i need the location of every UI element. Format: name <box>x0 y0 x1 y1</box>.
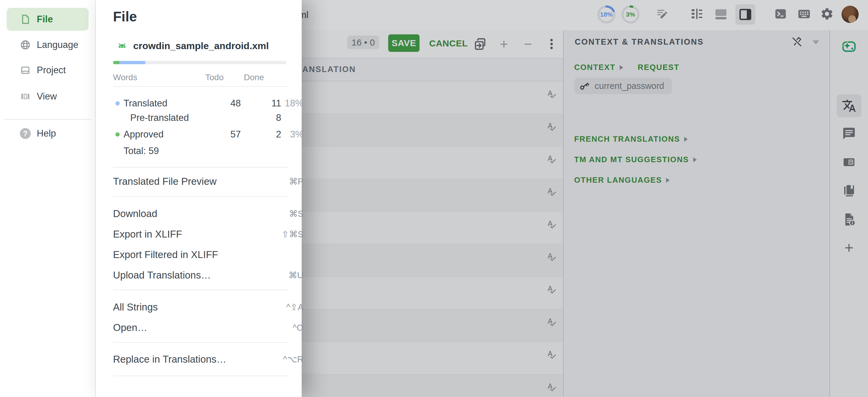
file-menu-panel: File crowdin_sample_android.xml Words To… <box>96 0 302 397</box>
sidebar-item-help[interactable]: ? Help <box>0 121 95 147</box>
android-icon <box>116 40 128 52</box>
sidebar-item-label: View <box>37 91 57 102</box>
sidebar-item-file[interactable]: File <box>7 8 89 31</box>
translated-progress-segment <box>119 61 145 64</box>
stat-row-pre-translated: Pre-translated 8 <box>113 111 289 124</box>
menu-item-open[interactable]: Open…^O <box>113 320 289 335</box>
stat-todo: 8 <box>276 111 281 124</box>
project-icon <box>20 65 31 76</box>
menu-item-download[interactable]: Download⌘S <box>113 206 289 221</box>
divider <box>113 167 289 167</box>
sidebar-item-label: Language <box>37 39 79 50</box>
stat-todo: 2 <box>276 128 281 141</box>
main-menu-sidebar: File Language Project <box>0 0 96 397</box>
stat-todo: 11 <box>272 97 281 110</box>
stats-header-done: Done <box>113 73 264 82</box>
help-icon: ? <box>20 128 31 139</box>
divider <box>113 196 289 196</box>
sidebar-item-language[interactable]: Language <box>0 32 95 58</box>
sidebar-divider <box>4 119 91 120</box>
sidebar-item-project[interactable]: Project <box>0 57 95 83</box>
stat-row-total: Total: 59 <box>113 144 289 158</box>
menu-item-translated-file-preview[interactable]: Translated File Preview⌘P <box>113 174 289 189</box>
menu-item-upload-translations[interactable]: Upload Translations…⌘U <box>113 268 289 283</box>
stat-done: 18% <box>285 97 304 110</box>
stat-done: 3% <box>290 128 304 141</box>
current-file-row: crowdin_sample_android.xml <box>116 39 269 53</box>
menu-item-export-filtered-xliff[interactable]: Export Filtered in XLIFF <box>113 247 289 262</box>
menu-item-all-strings[interactable]: All Strings^⇧A <box>113 300 289 315</box>
stat-label: Approved <box>124 128 164 141</box>
divider <box>113 375 289 376</box>
stat-total: Total: 59 <box>124 144 159 158</box>
file-icon <box>20 14 31 25</box>
divider <box>113 290 289 290</box>
stat-label: Translated <box>124 97 167 110</box>
sidebar-item-label: Help <box>37 128 56 139</box>
globe-icon <box>20 39 31 50</box>
stat-row-approved: Approved 57 2 3% <box>113 128 289 141</box>
stat-words: 48 <box>230 97 241 110</box>
translated-dot <box>116 101 120 105</box>
current-file-name: crowdin_sample_android.xml <box>133 40 269 52</box>
sidebar-item-label: File <box>37 14 53 25</box>
stat-label: Pre-translated <box>130 111 189 124</box>
divider <box>113 86 289 87</box>
stat-row-translated: Translated 48 11 18% <box>113 97 289 110</box>
file-menu-title: File <box>113 8 137 25</box>
sidebar-item-view[interactable]: View <box>0 84 95 110</box>
file-progress-bar <box>113 61 286 64</box>
crowdin-editor-app: crowdin_sample_android.xml 18% 3% <box>0 0 868 397</box>
columns-view-icon <box>20 91 31 102</box>
stat-words: 57 <box>230 128 241 141</box>
menu-item-export-xliff[interactable]: Export in XLIFF⇧⌘S <box>113 227 289 242</box>
divider <box>113 342 289 343</box>
sidebar-item-label: Project <box>37 65 66 76</box>
menu-item-replace-in-translations[interactable]: Replace in Translations…^⌥R <box>113 352 289 367</box>
approved-progress-segment <box>113 61 119 64</box>
approved-dot <box>116 132 120 136</box>
